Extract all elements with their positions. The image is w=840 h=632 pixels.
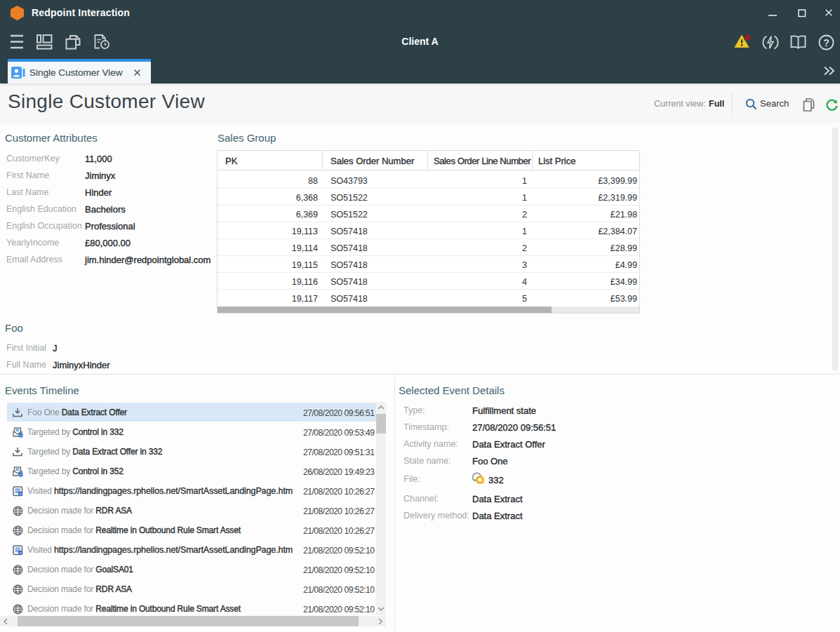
svg-text:?: ?: [823, 37, 829, 48]
